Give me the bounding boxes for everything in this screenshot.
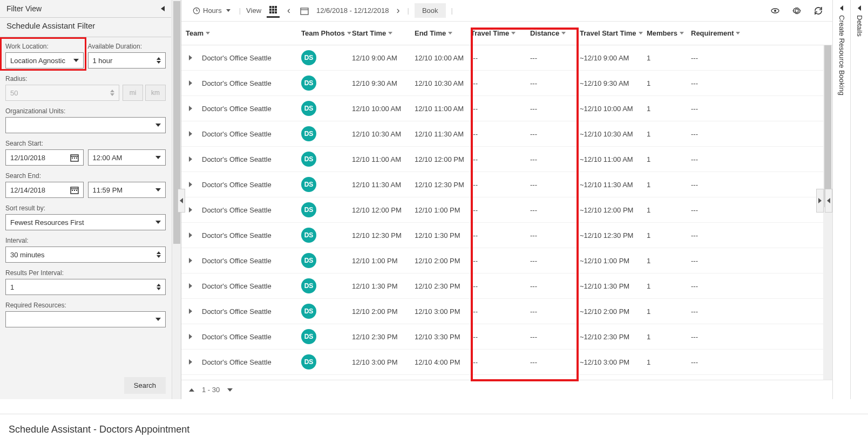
table-row[interactable]: Doctor's Office SeattleDS12/10 11:00 AM1… <box>181 147 832 172</box>
col-team[interactable]: Team <box>186 29 301 37</box>
travel-start-cell: ~12/10 1:00 PM <box>580 257 647 265</box>
col-members[interactable]: Members <box>647 29 691 37</box>
expand-icon[interactable] <box>189 182 192 187</box>
available-duration-input[interactable]: 1 hour <box>88 52 166 69</box>
avatar: DS <box>301 126 316 141</box>
unit-mi-button: mi <box>123 85 143 101</box>
col-photos[interactable]: Team Photos <box>301 29 352 37</box>
team-cell: Doctor's Office Seattle <box>202 333 272 341</box>
svg-rect-13 <box>269 6 272 8</box>
members-cell: 1 <box>647 54 691 62</box>
page-next-icon[interactable] <box>227 388 233 392</box>
page-first-icon[interactable] <box>189 388 194 392</box>
end-cell: 12/10 11:30 AM <box>415 130 471 138</box>
collapse-handle-right-1[interactable] <box>825 189 832 213</box>
expand-icon[interactable] <box>189 359 192 365</box>
col-requirement[interactable]: Requirement <box>691 29 745 37</box>
expand-icon[interactable] <box>189 80 192 86</box>
expand-icon[interactable] <box>189 232 192 238</box>
expand-icon[interactable] <box>189 334 192 339</box>
grid-view-button[interactable] <box>267 3 280 18</box>
svg-rect-8 <box>74 190 75 191</box>
travel-start-cell: ~12/10 11:00 AM <box>580 155 647 163</box>
start-cell: 12/10 12:00 PM <box>352 206 415 214</box>
start-cell: 12/10 10:00 AM <box>352 105 415 113</box>
travel-start-cell: ~12/10 1:30 PM <box>580 282 647 290</box>
calendar-picker[interactable] <box>298 4 311 17</box>
collapse-handle-left[interactable] <box>178 189 185 213</box>
distance-cell: --- <box>530 105 580 113</box>
sort-select[interactable]: Fewest Resources First <box>5 214 166 230</box>
required-resources-select[interactable] <box>5 311 166 327</box>
interval-input[interactable]: 30 minutes <box>5 247 166 263</box>
expand-icon[interactable] <box>189 106 192 111</box>
refresh-button[interactable] <box>812 4 825 17</box>
scrollbar-thumb[interactable] <box>824 45 831 207</box>
table-row[interactable]: Doctor's Office SeattleDS12/10 10:00 AM1… <box>181 96 832 121</box>
travel-start-cell: ~12/10 2:30 PM <box>580 333 647 341</box>
grid-body[interactable]: Doctor's Office SeattleDS12/10 9:00 AM12… <box>181 45 832 380</box>
col-travel-start[interactable]: Travel Start Time <box>580 29 647 37</box>
settings-button[interactable] <box>790 4 803 17</box>
expand-icon[interactable] <box>189 207 192 213</box>
table-row[interactable]: Doctor's Office SeattleDS12/10 9:00 AM12… <box>181 45 832 71</box>
table-row[interactable]: Doctor's Office SeattleDS12/10 2:00 PM12… <box>181 299 832 324</box>
filter-view-header[interactable]: Filter View <box>0 0 171 17</box>
expand-icon[interactable] <box>189 258 192 263</box>
start-cell: 12/10 11:00 AM <box>352 155 415 163</box>
col-travel[interactable]: Travel Time <box>471 29 530 37</box>
svg-rect-14 <box>272 6 274 8</box>
avatar: DS <box>301 228 316 243</box>
grid-icon <box>269 5 277 14</box>
expand-icon[interactable] <box>189 131 192 136</box>
distance-cell: --- <box>530 307 580 316</box>
prev-button[interactable]: ‹ <box>285 3 293 18</box>
members-cell: 1 <box>647 307 691 316</box>
create-resource-booking-rail[interactable]: Create Resource Booking <box>832 0 850 399</box>
table-row[interactable]: Doctor's Office SeattleDS12/10 12:00 PM1… <box>181 197 832 223</box>
org-units-label: Organizational Units: <box>5 107 166 115</box>
org-units-select[interactable] <box>5 117 166 133</box>
table-row[interactable]: Doctor's Office SeattleDS12/10 1:30 PM12… <box>181 273 832 299</box>
travel-cell: --- <box>471 206 530 214</box>
table-row[interactable]: Doctor's Office SeattleDS12/10 1:00 PM12… <box>181 248 832 273</box>
next-button[interactable]: › <box>394 3 402 18</box>
search-start-time[interactable]: 12:00 AM <box>88 149 166 166</box>
search-start-date[interactable]: 12/10/2018 <box>5 149 84 166</box>
members-cell: 1 <box>647 231 691 239</box>
table-row[interactable]: Doctor's Office SeattleDS12/10 12:30 PM1… <box>181 223 832 248</box>
col-start[interactable]: Start Time <box>352 29 415 37</box>
chevron-down-icon <box>639 32 643 35</box>
expand-icon[interactable] <box>189 283 192 289</box>
book-button[interactable]: Book <box>415 3 446 18</box>
table-row[interactable]: Doctor's Office SeattleDS12/10 10:30 AM1… <box>181 121 832 147</box>
expand-icon[interactable] <box>189 55 192 60</box>
requirement-cell: --- <box>691 333 745 341</box>
col-distance[interactable]: Distance <box>530 29 580 37</box>
table-row[interactable]: Doctor's Office SeattleDS12/10 11:30 AM1… <box>181 172 832 197</box>
col-end[interactable]: End Time <box>415 29 471 37</box>
end-cell: 12/10 4:00 PM <box>415 358 471 366</box>
team-cell: Doctor's Office Seattle <box>202 105 272 113</box>
table-row[interactable]: Doctor's Office SeattleDS12/10 2:30 PM12… <box>181 324 832 350</box>
table-row[interactable]: Doctor's Office SeattleDS12/10 9:30 AM12… <box>181 71 832 96</box>
collapse-handle-right-2[interactable] <box>816 189 824 213</box>
collapse-left-icon[interactable] <box>161 6 165 11</box>
expand-icon[interactable] <box>189 156 192 162</box>
search-end-date[interactable]: 12/14/2018 <box>5 182 84 198</box>
search-end-time[interactable]: 11:59 PM <box>88 182 166 198</box>
expand-icon[interactable] <box>189 309 192 314</box>
search-button[interactable]: Search <box>124 377 166 394</box>
chevron-down-icon <box>561 32 566 35</box>
avatar: DS <box>301 101 316 116</box>
members-cell: 1 <box>647 155 691 163</box>
table-row[interactable]: Doctor's Office SeattleDS12/10 3:00 PM12… <box>181 350 832 375</box>
visibility-button[interactable] <box>769 4 782 17</box>
hours-dropdown[interactable]: Hours <box>189 4 234 17</box>
details-rail[interactable]: Details <box>850 0 868 399</box>
svg-rect-15 <box>275 6 277 8</box>
results-per-input[interactable]: 1 <box>5 279 166 295</box>
work-location-select[interactable]: Location Agnostic <box>5 52 84 69</box>
travel-start-cell: ~12/10 10:00 AM <box>580 105 647 113</box>
grid-scrollbar[interactable] <box>823 45 832 380</box>
